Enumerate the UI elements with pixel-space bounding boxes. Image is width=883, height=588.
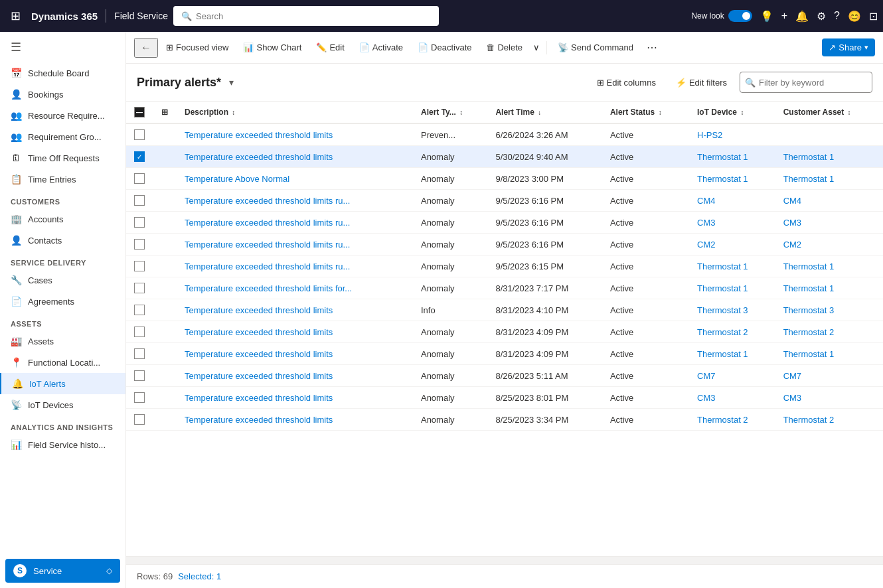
new-look-toggle[interactable]: New look: [691, 10, 752, 22]
row-iot-device-cell[interactable]: Thermostat 2: [689, 409, 775, 431]
user-icon[interactable]: 😊: [848, 10, 861, 23]
row-checkbox-cell[interactable]: [126, 343, 153, 365]
row-checkbox[interactable]: [134, 129, 145, 140]
row-customer-asset-cell[interactable]: CM3: [775, 212, 883, 234]
title-dropdown-button[interactable]: ▾: [229, 77, 234, 88]
row-checkbox[interactable]: [134, 261, 145, 271]
customer-asset-link[interactable]: Thermostat 3: [783, 305, 835, 315]
customer-asset-link[interactable]: Thermostat 1: [783, 152, 835, 162]
row-checkbox[interactable]: [134, 392, 145, 403]
description-link[interactable]: Temperature exceeded threshold limits fo…: [185, 283, 352, 293]
row-description-cell[interactable]: Temperature exceeded threshold limits: [177, 409, 413, 431]
sidebar-item-field-service-histo[interactable]: 📊 Field Service histo...: [0, 434, 125, 455]
sidebar-item-functional-locati[interactable]: 📍 Functional Locati...: [0, 352, 125, 373]
customer-asset-link[interactable]: Thermostat 1: [783, 283, 835, 293]
sidebar-item-iot-devices[interactable]: 📡 IoT Devices: [0, 394, 125, 415]
alert-time-header[interactable]: Alert Time ↓: [487, 102, 602, 123]
customer-asset-link[interactable]: CM2: [783, 240, 801, 250]
new-look-switch[interactable]: [728, 10, 752, 22]
edit-columns-button[interactable]: ⊞ Edit columns: [590, 74, 663, 92]
iot-device-link[interactable]: Thermostat 1: [697, 152, 748, 162]
iot-device-link[interactable]: Thermostat 1: [697, 261, 748, 271]
iot-device-link[interactable]: CM2: [697, 240, 715, 250]
sidebar-item-contacts[interactable]: 👤 Contacts: [0, 230, 125, 251]
select-all-checkbox[interactable]: —: [134, 107, 145, 117]
row-description-cell[interactable]: Temperature exceeded threshold limits ru…: [177, 212, 413, 234]
iot-device-header[interactable]: IoT Device ↕: [689, 102, 775, 123]
share-button[interactable]: ↗ Share ▾: [822, 38, 875, 56]
row-checkbox[interactable]: [134, 327, 145, 337]
waffle-icon[interactable]: ⊞: [5, 3, 26, 29]
row-checkbox[interactable]: [134, 239, 145, 250]
description-link[interactable]: Temperature exceeded threshold limits: [185, 393, 333, 403]
row-checkbox-cell[interactable]: [126, 387, 153, 409]
customer-asset-link[interactable]: Thermostat 1: [783, 174, 835, 184]
row-checkbox[interactable]: [134, 151, 145, 162]
help-icon[interactable]: ?: [834, 10, 840, 22]
description-link[interactable]: Temperature exceeded threshold limits: [185, 327, 333, 337]
sidebar-item-time-entries[interactable]: 📋 Time Entries: [0, 169, 125, 190]
iot-device-link[interactable]: CM4: [697, 196, 715, 206]
row-checkbox[interactable]: [134, 305, 145, 315]
notifications-icon[interactable]: 🔔: [795, 10, 809, 23]
row-description-cell[interactable]: Temperature exceeded threshold limits: [177, 146, 413, 168]
add-icon[interactable]: +: [781, 10, 787, 22]
row-customer-asset-cell[interactable]: CM3: [775, 387, 883, 409]
row-customer-asset-cell[interactable]: Thermostat 2: [775, 321, 883, 343]
row-description-cell[interactable]: Temperature exceeded threshold limits fo…: [177, 277, 413, 299]
description-link[interactable]: Temperature exceeded threshold limits ru…: [185, 218, 350, 228]
row-checkbox-cell[interactable]: [126, 212, 153, 234]
row-customer-asset-cell[interactable]: Thermostat 1: [775, 168, 883, 190]
description-link[interactable]: Temperature exceeded threshold limits: [185, 371, 333, 381]
description-link[interactable]: Temperature exceeded threshold limits ru…: [185, 261, 350, 271]
row-iot-device-cell[interactable]: Thermostat 1: [689, 168, 775, 190]
pin-icon[interactable]: ◇: [106, 566, 112, 575]
select-all-header[interactable]: —: [126, 102, 153, 123]
customer-asset-header[interactable]: Customer Asset ↕: [775, 102, 883, 123]
activate-button[interactable]: 📄 Activate: [353, 38, 410, 56]
row-checkbox-cell[interactable]: [126, 123, 153, 146]
row-description-cell[interactable]: Temperature Above Normal: [177, 168, 413, 190]
row-checkbox-cell[interactable]: [126, 277, 153, 299]
iot-device-link[interactable]: Thermostat 3: [697, 305, 748, 315]
row-customer-asset-cell[interactable]: Thermostat 1: [775, 146, 883, 168]
row-checkbox[interactable]: [134, 414, 145, 425]
grid-icon[interactable]: ⊡: [869, 10, 878, 23]
customer-asset-link[interactable]: CM4: [783, 196, 801, 206]
delete-button[interactable]: 🗑 Delete: [479, 38, 529, 56]
row-customer-asset-cell[interactable]: Thermostat 2: [775, 409, 883, 431]
row-checkbox-cell[interactable]: [126, 146, 153, 168]
row-iot-device-cell[interactable]: Thermostat 2: [689, 321, 775, 343]
row-iot-device-cell[interactable]: CM7: [689, 365, 775, 387]
row-checkbox[interactable]: [134, 370, 145, 381]
show-chart-button[interactable]: 📊 Show Chart: [236, 38, 308, 56]
sidebar-item-assets[interactable]: 🏭 Assets: [0, 331, 125, 352]
row-checkbox-cell[interactable]: [126, 321, 153, 343]
alert-type-header[interactable]: Alert Ty... ↕: [413, 102, 487, 123]
row-description-cell[interactable]: Temperature exceeded threshold limits: [177, 343, 413, 365]
row-description-cell[interactable]: Temperature exceeded threshold limits: [177, 365, 413, 387]
row-customer-asset-cell[interactable]: Thermostat 1: [775, 343, 883, 365]
customer-asset-link[interactable]: Thermostat 2: [783, 327, 835, 337]
row-iot-device-cell[interactable]: CM3: [689, 387, 775, 409]
row-checkbox[interactable]: [134, 217, 145, 228]
search-bar[interactable]: 🔍: [173, 6, 439, 26]
customer-asset-link[interactable]: Thermostat 1: [783, 261, 835, 271]
row-description-cell[interactable]: Temperature exceeded threshold limits ru…: [177, 190, 413, 212]
description-link[interactable]: Temperature exceeded threshold limits: [185, 130, 333, 140]
edit-button[interactable]: ✏️ Edit: [309, 38, 351, 56]
row-checkbox-cell[interactable]: [126, 299, 153, 321]
description-link[interactable]: Temperature exceeded threshold limits ru…: [185, 196, 350, 206]
row-iot-device-cell[interactable]: CM3: [689, 212, 775, 234]
sidebar-item-service[interactable]: S Service ◇: [5, 559, 120, 583]
alert-status-header[interactable]: Alert Status ↕: [602, 102, 689, 123]
row-checkbox-cell[interactable]: [126, 234, 153, 256]
customer-asset-link[interactable]: CM3: [783, 218, 801, 228]
sidebar-item-accounts[interactable]: 🏢 Accounts: [0, 208, 125, 230]
row-iot-device-cell[interactable]: Thermostat 1: [689, 256, 775, 277]
iot-device-link[interactable]: Thermostat 2: [697, 327, 748, 337]
row-description-cell[interactable]: Temperature exceeded threshold limits: [177, 321, 413, 343]
sidebar-item-bookings[interactable]: 👤 Bookings: [0, 84, 125, 105]
sidebar-item-schedule-board[interactable]: 📅 Schedule Board: [0, 62, 125, 84]
row-checkbox[interactable]: [134, 283, 145, 293]
